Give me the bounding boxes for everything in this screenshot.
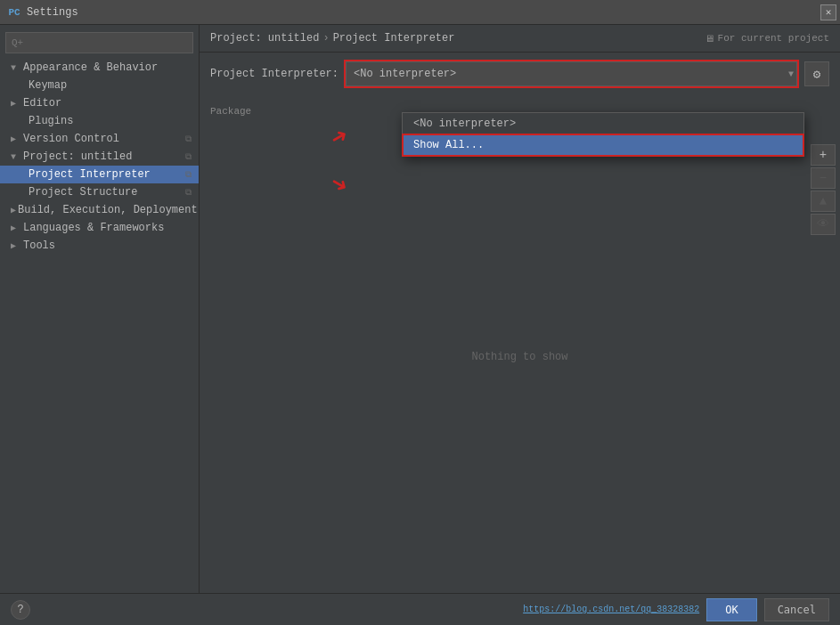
sidebar-item-label: Languages & Frameworks [23, 222, 164, 234]
cancel-button[interactable]: Cancel [764, 598, 829, 621]
sidebar-item-version-control[interactable]: ▶ Version Control ⧉ [0, 130, 199, 148]
expand-arrow: ▶ [11, 134, 21, 144]
remove-package-button[interactable]: − [811, 167, 836, 189]
bottom-left: ? [11, 600, 30, 620]
interpreter-dropdown-container: <No interpreter> Show All... ▼ [346, 61, 797, 86]
breadcrumb: Project: untitled › Project Interpreter … [200, 25, 840, 53]
empty-state-message: Nothing to show [471, 351, 567, 363]
copy-icon: ⧉ [185, 134, 192, 144]
sidebar-item-appearance[interactable]: ▼ Appearance & Behavior [0, 59, 199, 77]
eye-button[interactable]: 👁 [811, 214, 836, 235]
sidebar-item-label: Project Interpreter [29, 168, 151, 181]
sidebar-item-tools[interactable]: ▶ Tools [0, 237, 199, 255]
help-button[interactable]: ? [11, 600, 30, 620]
expand-arrow: ▶ [11, 240, 21, 251]
sidebar-item-project-untitled[interactable]: ▼ Project: untitled ⧉ [0, 148, 199, 166]
minus-icon: − [820, 171, 827, 185]
sidebar-item-label: Editor [23, 97, 61, 110]
search-input[interactable] [12, 37, 187, 48]
empty-state: Nothing to show [200, 120, 840, 593]
add-package-button[interactable]: + [811, 144, 836, 166]
dropdown-popup-item-label: <No interpreter> [413, 118, 516, 130]
side-buttons: + − ▲ 👁 [806, 141, 840, 239]
eye-icon: 👁 [817, 217, 829, 231]
sidebar-item-label: Plugins [29, 115, 73, 127]
sidebar-item-label: Project Structure [29, 186, 137, 199]
window-title: Settings [27, 6, 78, 19]
sidebar: ▼ Appearance & Behavior Keymap ▶ Editor … [0, 25, 200, 593]
expand-arrow: ▼ [11, 152, 21, 162]
sidebar-item-keymap[interactable]: Keymap [0, 77, 199, 94]
hint-text: For current project [718, 33, 829, 44]
monitor-icon: 🖥 [705, 33, 714, 45]
up-button[interactable]: ▲ [811, 191, 836, 212]
dropdown-popup-item-label: Show All... [413, 139, 484, 151]
bottom-right: https://blog.csdn.net/qq_38328382 OK Can… [523, 598, 829, 621]
main-layout: ▼ Appearance & Behavior Keymap ▶ Editor … [0, 25, 840, 593]
breadcrumb-sep: › [322, 32, 329, 45]
breadcrumb-page: Project Interpreter [333, 32, 455, 45]
copy-icon: ⧉ [185, 188, 192, 198]
expand-arrow: ▶ [11, 223, 21, 233]
dropdown-popup-item-show-all[interactable]: Show All... [403, 134, 803, 156]
interpreter-row: Project Interpreter: <No interpreter> Sh… [200, 53, 840, 95]
close-button[interactable]: ✕ [820, 4, 836, 20]
sidebar-item-editor[interactable]: ▶ Editor [0, 94, 199, 112]
sidebar-item-label: Build, Execution, Deployment [18, 204, 198, 216]
up-icon: ▲ [820, 194, 827, 208]
gear-button[interactable]: ⚙ [804, 61, 829, 86]
sidebar-item-build-execution[interactable]: ▶ Build, Execution, Deployment [0, 201, 199, 219]
sidebar-item-label: Project: untitled [23, 150, 132, 163]
sidebar-item-label: Appearance & Behavior [23, 61, 158, 74]
help-icon: ? [17, 604, 23, 616]
expand-arrow: ▶ [11, 205, 16, 215]
copy-icon: ⧉ [185, 170, 192, 180]
bottom-bar: ? https://blog.csdn.net/qq_38328382 OK C… [0, 593, 840, 625]
breadcrumb-project: Project: untitled [210, 32, 319, 45]
plus-icon: + [820, 148, 827, 162]
sidebar-item-label: Version Control [23, 133, 119, 145]
interpreter-dropdown[interactable]: <No interpreter> Show All... [346, 61, 797, 86]
dropdown-popup-item-no-interpreter[interactable]: <No interpreter> [403, 113, 803, 134]
status-url[interactable]: https://blog.csdn.net/qq_38328382 [523, 605, 699, 614]
interpreter-label: Project Interpreter: [210, 68, 338, 80]
table-column-package: Package [210, 106, 251, 117]
breadcrumb-hint: 🖥 For current project [705, 33, 829, 45]
app-icon: PC [7, 5, 21, 20]
expand-arrow: ▶ [11, 98, 21, 109]
sidebar-item-project-structure[interactable]: Project Structure ⧉ [0, 183, 199, 201]
sidebar-item-project-interpreter[interactable]: Project Interpreter ⧉ [0, 166, 199, 183]
dropdown-popup: <No interpreter> Show All... [402, 112, 804, 157]
sidebar-item-label: Keymap [29, 79, 67, 92]
content-area: Project: untitled › Project Interpreter … [200, 25, 840, 593]
copy-icon: ⧉ [185, 152, 192, 162]
sidebar-item-plugins[interactable]: Plugins [0, 112, 199, 130]
sidebar-item-label: Tools [23, 239, 55, 252]
title-bar: PC Settings ✕ [0, 0, 840, 25]
expand-arrow: ▼ [11, 63, 21, 73]
sidebar-item-languages[interactable]: ▶ Languages & Frameworks [0, 219, 199, 237]
search-box[interactable] [5, 32, 193, 53]
ok-button[interactable]: OK [706, 598, 756, 621]
gear-icon: ⚙ [813, 67, 820, 82]
